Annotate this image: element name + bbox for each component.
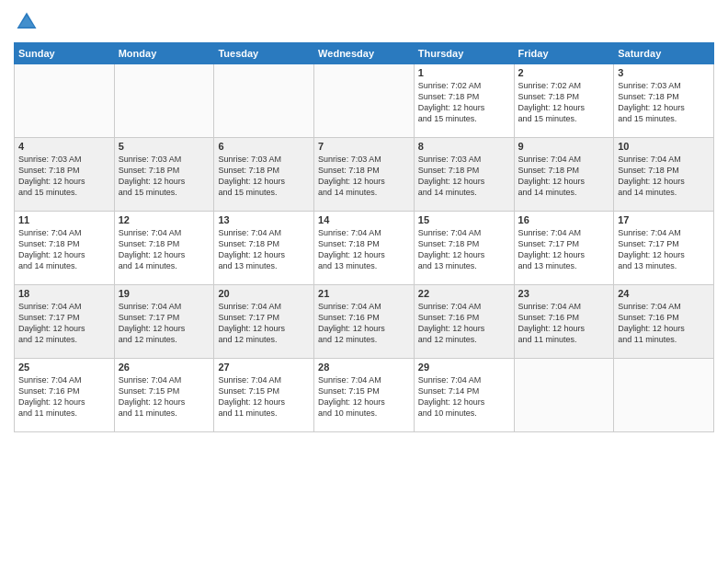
day-info: Sunrise: 7:02 AM Sunset: 7:18 PM Dayligh… bbox=[418, 80, 510, 125]
day-info: Sunrise: 7:04 AM Sunset: 7:17 PM Dayligh… bbox=[518, 227, 610, 272]
calendar-cell: 18Sunrise: 7:04 AM Sunset: 7:17 PM Dayli… bbox=[15, 285, 115, 359]
day-info: Sunrise: 7:04 AM Sunset: 7:17 PM Dayligh… bbox=[18, 301, 110, 346]
day-info: Sunrise: 7:03 AM Sunset: 7:18 PM Dayligh… bbox=[119, 154, 210, 199]
day-number: 1 bbox=[418, 67, 510, 78]
calendar-cell: 16Sunrise: 7:04 AM Sunset: 7:17 PM Dayli… bbox=[514, 212, 614, 285]
calendar-cell: 23Sunrise: 7:04 AM Sunset: 7:16 PM Dayli… bbox=[514, 285, 614, 359]
page: SundayMondayTuesdayWednesdayThursdayFrid… bbox=[0, 0, 728, 563]
day-info: Sunrise: 7:03 AM Sunset: 7:18 PM Dayligh… bbox=[318, 154, 410, 199]
calendar-cell: 8Sunrise: 7:03 AM Sunset: 7:18 PM Daylig… bbox=[414, 138, 514, 212]
day-info: Sunrise: 7:03 AM Sunset: 7:18 PM Dayligh… bbox=[18, 154, 110, 199]
weekday-header-saturday: Saturday bbox=[614, 43, 714, 64]
calendar-cell bbox=[314, 64, 415, 138]
day-number: 26 bbox=[119, 362, 210, 373]
day-number: 2 bbox=[518, 67, 610, 78]
day-number: 9 bbox=[518, 141, 610, 152]
day-number: 17 bbox=[618, 214, 710, 225]
day-number: 12 bbox=[119, 214, 210, 225]
weekday-header-row: SundayMondayTuesdayWednesdayThursdayFrid… bbox=[15, 43, 714, 64]
day-number: 16 bbox=[518, 214, 610, 225]
day-number: 18 bbox=[18, 288, 110, 299]
calendar-cell: 13Sunrise: 7:04 AM Sunset: 7:18 PM Dayli… bbox=[214, 212, 314, 285]
calendar-cell bbox=[614, 359, 714, 432]
day-number: 11 bbox=[18, 214, 110, 225]
day-number: 14 bbox=[318, 214, 410, 225]
day-info: Sunrise: 7:04 AM Sunset: 7:18 PM Dayligh… bbox=[518, 154, 610, 199]
day-number: 23 bbox=[518, 288, 610, 299]
calendar-cell: 9Sunrise: 7:04 AM Sunset: 7:18 PM Daylig… bbox=[514, 138, 614, 212]
calendar-cell: 2Sunrise: 7:02 AM Sunset: 7:18 PM Daylig… bbox=[514, 64, 614, 138]
day-info: Sunrise: 7:04 AM Sunset: 7:18 PM Dayligh… bbox=[218, 227, 310, 272]
day-number: 25 bbox=[18, 362, 110, 373]
day-number: 27 bbox=[218, 362, 310, 373]
day-info: Sunrise: 7:02 AM Sunset: 7:18 PM Dayligh… bbox=[518, 80, 610, 125]
day-info: Sunrise: 7:04 AM Sunset: 7:16 PM Dayligh… bbox=[518, 301, 610, 346]
calendar-cell: 6Sunrise: 7:03 AM Sunset: 7:18 PM Daylig… bbox=[214, 138, 314, 212]
day-info: Sunrise: 7:04 AM Sunset: 7:18 PM Dayligh… bbox=[418, 227, 510, 272]
day-number: 15 bbox=[418, 214, 510, 225]
weekday-header-friday: Friday bbox=[514, 43, 614, 64]
calendar-cell: 22Sunrise: 7:04 AM Sunset: 7:16 PM Dayli… bbox=[414, 285, 514, 359]
calendar-cell: 27Sunrise: 7:04 AM Sunset: 7:15 PM Dayli… bbox=[214, 359, 314, 432]
weekday-header-sunday: Sunday bbox=[15, 43, 115, 64]
day-info: Sunrise: 7:03 AM Sunset: 7:18 PM Dayligh… bbox=[418, 154, 510, 199]
day-info: Sunrise: 7:04 AM Sunset: 7:16 PM Dayligh… bbox=[418, 301, 510, 346]
day-number: 24 bbox=[618, 288, 710, 299]
calendar-cell: 4Sunrise: 7:03 AM Sunset: 7:18 PM Daylig… bbox=[15, 138, 115, 212]
calendar-cell: 10Sunrise: 7:04 AM Sunset: 7:18 PM Dayli… bbox=[614, 138, 714, 212]
day-number: 7 bbox=[318, 141, 410, 152]
calendar-cell: 12Sunrise: 7:04 AM Sunset: 7:18 PM Dayli… bbox=[114, 212, 214, 285]
day-number: 22 bbox=[418, 288, 510, 299]
day-number: 6 bbox=[218, 141, 310, 152]
calendar-cell: 7Sunrise: 7:03 AM Sunset: 7:18 PM Daylig… bbox=[314, 138, 415, 212]
week-row-2: 4Sunrise: 7:03 AM Sunset: 7:18 PM Daylig… bbox=[15, 138, 714, 212]
day-info: Sunrise: 7:04 AM Sunset: 7:14 PM Dayligh… bbox=[418, 374, 510, 419]
calendar-cell: 14Sunrise: 7:04 AM Sunset: 7:18 PM Dayli… bbox=[314, 212, 415, 285]
day-info: Sunrise: 7:04 AM Sunset: 7:15 PM Dayligh… bbox=[119, 374, 210, 419]
weekday-header-wednesday: Wednesday bbox=[314, 43, 415, 64]
day-info: Sunrise: 7:04 AM Sunset: 7:17 PM Dayligh… bbox=[218, 301, 310, 346]
calendar-cell bbox=[114, 64, 214, 138]
day-number: 20 bbox=[218, 288, 310, 299]
day-info: Sunrise: 7:04 AM Sunset: 7:18 PM Dayligh… bbox=[119, 227, 210, 272]
day-number: 8 bbox=[418, 141, 510, 152]
day-info: Sunrise: 7:03 AM Sunset: 7:18 PM Dayligh… bbox=[618, 80, 710, 125]
calendar-cell: 19Sunrise: 7:04 AM Sunset: 7:17 PM Dayli… bbox=[114, 285, 214, 359]
week-row-3: 11Sunrise: 7:04 AM Sunset: 7:18 PM Dayli… bbox=[15, 212, 714, 285]
day-info: Sunrise: 7:04 AM Sunset: 7:15 PM Dayligh… bbox=[318, 374, 410, 419]
day-info: Sunrise: 7:04 AM Sunset: 7:16 PM Dayligh… bbox=[318, 301, 410, 346]
calendar-cell: 5Sunrise: 7:03 AM Sunset: 7:18 PM Daylig… bbox=[114, 138, 214, 212]
day-info: Sunrise: 7:04 AM Sunset: 7:16 PM Dayligh… bbox=[618, 301, 710, 346]
calendar-cell: 20Sunrise: 7:04 AM Sunset: 7:17 PM Dayli… bbox=[214, 285, 314, 359]
day-info: Sunrise: 7:04 AM Sunset: 7:15 PM Dayligh… bbox=[218, 374, 310, 419]
calendar-cell: 15Sunrise: 7:04 AM Sunset: 7:18 PM Dayli… bbox=[414, 212, 514, 285]
calendar-cell: 25Sunrise: 7:04 AM Sunset: 7:16 PM Dayli… bbox=[15, 359, 115, 432]
calendar-cell bbox=[214, 64, 314, 138]
calendar-cell bbox=[514, 359, 614, 432]
day-number: 10 bbox=[618, 141, 710, 152]
calendar-table: SundayMondayTuesdayWednesdayThursdayFrid… bbox=[14, 42, 714, 432]
day-info: Sunrise: 7:03 AM Sunset: 7:18 PM Dayligh… bbox=[218, 154, 310, 199]
calendar-cell: 17Sunrise: 7:04 AM Sunset: 7:17 PM Dayli… bbox=[614, 212, 714, 285]
week-row-4: 18Sunrise: 7:04 AM Sunset: 7:17 PM Dayli… bbox=[15, 285, 714, 359]
logo bbox=[14, 9, 43, 35]
calendar-cell: 3Sunrise: 7:03 AM Sunset: 7:18 PM Daylig… bbox=[614, 64, 714, 138]
calendar-cell: 26Sunrise: 7:04 AM Sunset: 7:15 PM Dayli… bbox=[114, 359, 214, 432]
week-row-1: 1Sunrise: 7:02 AM Sunset: 7:18 PM Daylig… bbox=[15, 64, 714, 138]
calendar-cell: 24Sunrise: 7:04 AM Sunset: 7:16 PM Dayli… bbox=[614, 285, 714, 359]
calendar-cell: 21Sunrise: 7:04 AM Sunset: 7:16 PM Dayli… bbox=[314, 285, 415, 359]
week-row-5: 25Sunrise: 7:04 AM Sunset: 7:16 PM Dayli… bbox=[15, 359, 714, 432]
weekday-header-monday: Monday bbox=[114, 43, 214, 64]
day-info: Sunrise: 7:04 AM Sunset: 7:17 PM Dayligh… bbox=[119, 301, 210, 346]
day-number: 29 bbox=[418, 362, 510, 373]
calendar-cell: 1Sunrise: 7:02 AM Sunset: 7:18 PM Daylig… bbox=[414, 64, 514, 138]
calendar-cell: 28Sunrise: 7:04 AM Sunset: 7:15 PM Dayli… bbox=[314, 359, 415, 432]
day-number: 13 bbox=[218, 214, 310, 225]
day-info: Sunrise: 7:04 AM Sunset: 7:18 PM Dayligh… bbox=[18, 227, 110, 272]
day-info: Sunrise: 7:04 AM Sunset: 7:18 PM Dayligh… bbox=[318, 227, 410, 272]
calendar-cell: 11Sunrise: 7:04 AM Sunset: 7:18 PM Dayli… bbox=[15, 212, 115, 285]
weekday-header-thursday: Thursday bbox=[414, 43, 514, 64]
day-number: 4 bbox=[18, 141, 110, 152]
day-number: 28 bbox=[318, 362, 410, 373]
day-info: Sunrise: 7:04 AM Sunset: 7:16 PM Dayligh… bbox=[18, 374, 110, 419]
